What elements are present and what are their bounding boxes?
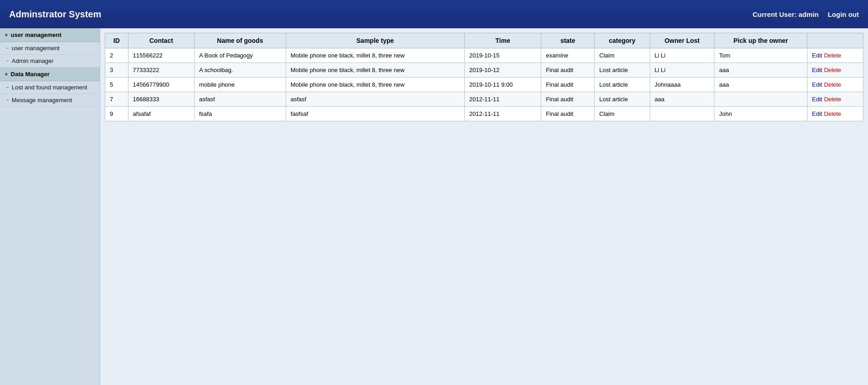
cell-id: 2 bbox=[105, 48, 128, 63]
delete-link[interactable]: Delete bbox=[824, 81, 841, 88]
app-title: Adminstrator System bbox=[9, 9, 101, 20]
header-right: Current User: admin Login out bbox=[753, 10, 859, 18]
table-row: 716688333asfasfasfasf2012-11-11Final aud… bbox=[105, 92, 863, 107]
col-actions bbox=[807, 33, 863, 48]
cell-name-goods: mobile phone bbox=[195, 78, 286, 92]
edit-link[interactable]: Edit bbox=[812, 81, 822, 88]
cell-name-goods: A schoolbag. bbox=[195, 63, 286, 78]
header: Adminstrator System Current User: admin … bbox=[0, 0, 868, 28]
delete-link[interactable]: Delete bbox=[824, 67, 841, 73]
col-contact: Contact bbox=[128, 33, 194, 48]
sidebar-item-lost-and-found[interactable]: − Lost and found management bbox=[0, 81, 100, 94]
edit-link[interactable]: Edit bbox=[812, 52, 822, 59]
cell-owner-lost: Johnaaaa bbox=[650, 78, 714, 92]
cell-time: 2019-10-15 bbox=[464, 48, 541, 63]
delete-link[interactable]: Delete bbox=[824, 110, 841, 117]
minus-icon-3: − bbox=[6, 85, 9, 90]
sidebar-item-lost-found-label: Lost and found management bbox=[12, 84, 87, 91]
delete-link[interactable]: Delete bbox=[824, 96, 841, 103]
edit-link[interactable]: Edit bbox=[812, 96, 822, 103]
col-owner-lost: Owner Lost bbox=[650, 33, 714, 48]
cell-state: examine bbox=[541, 48, 595, 63]
cell-pickup-owner: aaa bbox=[714, 78, 807, 92]
sidebar-section-data-manager-label: Data Manager bbox=[11, 71, 50, 78]
cell-contact: 14566779900 bbox=[128, 78, 194, 92]
col-pickup-owner: Pick up the owner bbox=[714, 33, 807, 48]
cell-owner-lost: Li Li bbox=[650, 63, 714, 78]
cell-owner-lost: Li Li bbox=[650, 48, 714, 63]
sidebar-item-admin-manager-label: Admin manager bbox=[12, 57, 54, 64]
sidebar-section-data-manager[interactable]: + Data Manager bbox=[0, 68, 100, 81]
sidebar-item-user-management[interactable]: − user management bbox=[0, 42, 100, 55]
cell-name-goods: fsafa bbox=[195, 107, 286, 121]
cell-state: Final audit bbox=[541, 78, 595, 92]
col-id: ID bbox=[105, 33, 128, 48]
cell-time: 2012-11-11 bbox=[464, 107, 541, 121]
minus-icon-2: − bbox=[6, 58, 9, 63]
current-user-label: Current User: admin bbox=[753, 10, 819, 18]
cell-category: Lost article bbox=[595, 63, 650, 78]
edit-link[interactable]: Edit bbox=[812, 67, 822, 73]
cell-actions: EditDelete bbox=[807, 107, 863, 121]
sidebar-item-message-label: Message management bbox=[12, 97, 72, 104]
cell-sample-type: Mobile phone one black, millet 8, three … bbox=[286, 63, 464, 78]
cell-name-goods: A Book of Pedagogy bbox=[195, 48, 286, 63]
col-name-of-goods: Name of goods bbox=[195, 33, 286, 48]
cell-id: 9 bbox=[105, 107, 128, 121]
edit-link[interactable]: Edit bbox=[812, 110, 822, 117]
cell-state: Final audit bbox=[541, 63, 595, 78]
login-out-button[interactable]: Login out bbox=[828, 10, 859, 18]
cell-state: Final audit bbox=[541, 92, 595, 107]
delete-link[interactable]: Delete bbox=[824, 52, 841, 59]
cell-actions: EditDelete bbox=[807, 78, 863, 92]
table-row: 9afsafaffsafafasfsaf2012-11-11Final audi… bbox=[105, 107, 863, 121]
cell-actions: EditDelete bbox=[807, 92, 863, 107]
plus-icon: + bbox=[5, 31, 8, 38]
col-sample-type: Sample type bbox=[286, 33, 464, 48]
cell-time: 2019-10-12 bbox=[464, 63, 541, 78]
sidebar-section-user-management-label: user management bbox=[11, 31, 62, 38]
table-row: 514566779900mobile phoneMobile phone one… bbox=[105, 78, 863, 92]
table-row: 377333222A schoolbag.Mobile phone one bl… bbox=[105, 63, 863, 78]
col-state: state bbox=[541, 33, 595, 48]
cell-contact: 115566222 bbox=[128, 48, 194, 63]
cell-id: 5 bbox=[105, 78, 128, 92]
cell-pickup-owner: aaa bbox=[714, 63, 807, 78]
cell-contact: afsafaf bbox=[128, 107, 194, 121]
cell-contact: 77333222 bbox=[128, 63, 194, 78]
sidebar-item-message-management[interactable]: − Message management bbox=[0, 94, 100, 107]
col-category: category bbox=[595, 33, 650, 48]
col-time: Time bbox=[464, 33, 541, 48]
cell-pickup-owner bbox=[714, 92, 807, 107]
cell-time: 2012-11-11 bbox=[464, 92, 541, 107]
cell-name-goods: asfasf bbox=[195, 92, 286, 107]
cell-category: Lost article bbox=[595, 92, 650, 107]
data-table: ID Contact Name of goods Sample type Tim… bbox=[105, 33, 863, 121]
cell-category: Lost article bbox=[595, 78, 650, 92]
cell-owner-lost bbox=[650, 107, 714, 121]
plus-icon-2: + bbox=[5, 71, 8, 78]
sidebar: + user management − user management − Ad… bbox=[0, 28, 100, 385]
table-row: 2115566222A Book of PedagogyMobile phone… bbox=[105, 48, 863, 63]
cell-owner-lost: aaa bbox=[650, 92, 714, 107]
cell-category: Claim bbox=[595, 48, 650, 63]
cell-actions: EditDelete bbox=[807, 63, 863, 78]
cell-category: Claim bbox=[595, 107, 650, 121]
cell-actions: EditDelete bbox=[807, 48, 863, 63]
cell-pickup-owner: Tom bbox=[714, 48, 807, 63]
sidebar-section-user-management[interactable]: + user management bbox=[0, 28, 100, 42]
cell-pickup-owner: John bbox=[714, 107, 807, 121]
sidebar-item-admin-manager[interactable]: − Admin manager bbox=[0, 55, 100, 68]
cell-sample-type: Mobile phone one black, millet 8, three … bbox=[286, 78, 464, 92]
cell-id: 7 bbox=[105, 92, 128, 107]
cell-contact: 16688333 bbox=[128, 92, 194, 107]
cell-sample-type: fasfsaf bbox=[286, 107, 464, 121]
cell-sample-type: Mobile phone one black, millet 8, three … bbox=[286, 48, 464, 63]
cell-state: Final audit bbox=[541, 107, 595, 121]
cell-sample-type: asfasf bbox=[286, 92, 464, 107]
sidebar-item-user-management-label: user management bbox=[12, 45, 60, 52]
cell-time: 2019-10-11 9:00 bbox=[464, 78, 541, 92]
minus-icon-4: − bbox=[6, 98, 9, 103]
cell-id: 3 bbox=[105, 63, 128, 78]
layout: + user management − user management − Ad… bbox=[0, 28, 868, 385]
